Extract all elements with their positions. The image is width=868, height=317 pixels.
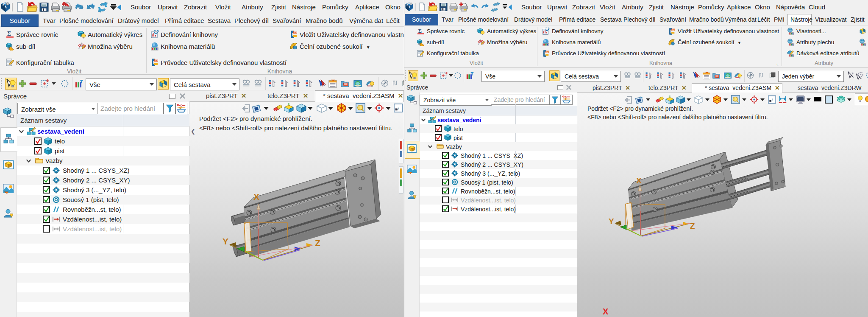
svg-text:Z: Z (315, 238, 320, 248)
svg-text:Y: Y (223, 236, 228, 246)
svg-text:X: X (253, 192, 259, 202)
svg-text:Z: Z (690, 222, 695, 230)
svg-text:X: X (636, 176, 642, 185)
svg-text:Y: Y (609, 217, 614, 226)
